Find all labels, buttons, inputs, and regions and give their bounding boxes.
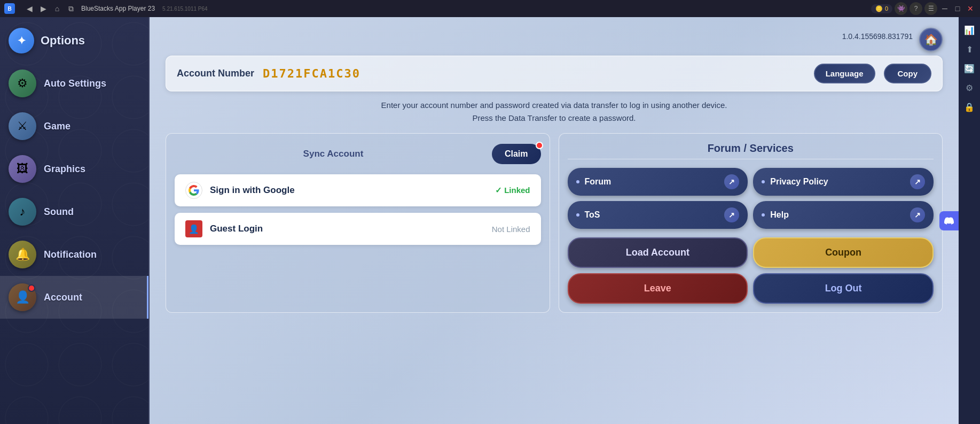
coin-count: 0 xyxy=(885,5,888,12)
privacy-arrow: ↗ xyxy=(910,174,925,189)
tos-dot xyxy=(576,213,579,217)
graphics-icon: 🖼 xyxy=(9,155,36,183)
close-button[interactable]: ✕ xyxy=(965,3,976,14)
sync-account-tab[interactable]: Sync Account xyxy=(175,142,492,166)
app-subtitle: 5.21.615.1011 P64 xyxy=(162,6,208,12)
home-nav-button[interactable]: ⌂ xyxy=(51,3,63,14)
sidebar-item-label: Game xyxy=(44,121,70,132)
rs-icon-2[interactable]: ⬆ xyxy=(961,41,978,58)
guest-link-status: Not Linked xyxy=(492,225,530,234)
guest-login-option[interactable]: 👤 Guest Login Not Linked xyxy=(175,213,541,245)
rs-icon-4[interactable]: ⚙ xyxy=(961,79,978,96)
maximize-button[interactable]: □ xyxy=(952,3,963,14)
google-login-option[interactable]: Sign in with Google Linked xyxy=(175,174,541,206)
rs-icon-5[interactable]: 🔒 xyxy=(961,98,978,115)
menu-button[interactable]: ☰ xyxy=(924,2,937,15)
sidebar-logo: ✦ xyxy=(9,28,34,53)
privacy-dot xyxy=(762,180,765,183)
rs-icon-3[interactable]: 🔄 xyxy=(961,60,978,77)
help-button[interactable]: ? xyxy=(910,2,922,15)
sidebar-item-sound[interactable]: ♪ Sound xyxy=(0,190,148,233)
auto-settings-icon: ⚙ xyxy=(9,70,36,97)
right-panel: Forum / Services Forum ↗ Privacy Policy … xyxy=(559,133,943,313)
back-button[interactable]: ◀ xyxy=(23,3,35,14)
nav-buttons: ◀ ▶ ⌂ ⧉ xyxy=(23,3,77,14)
account-icon: 👤 xyxy=(9,283,36,311)
sound-icon: ♪ xyxy=(9,198,36,226)
description-line2: Press the Data Transfer to create a pass… xyxy=(166,112,943,125)
window-controls: 🪙 0 👾 ? ☰ ─ □ ✕ xyxy=(871,0,976,17)
sidebar-item-label: Notification xyxy=(44,249,97,260)
bookmark-button[interactable]: ⧉ xyxy=(65,3,77,14)
tos-arrow: ↗ xyxy=(724,207,739,222)
right-sidebar: 📊 ⬆ 🔄 ⚙ 🔒 xyxy=(959,17,980,424)
description: Enter your account number and password c… xyxy=(166,99,943,125)
coupon-button[interactable]: Coupon xyxy=(753,237,934,268)
action-grid: Load Account Coupon Leave Log Out xyxy=(568,237,934,304)
sidebar-item-game[interactable]: ⚔ Game xyxy=(0,105,148,148)
guest-login-name: Guest Login xyxy=(210,223,484,234)
sidebar-item-notification[interactable]: 🔔 Notification xyxy=(0,233,148,276)
description-line1: Enter your account number and password c… xyxy=(166,99,943,112)
help-arrow: ↗ xyxy=(910,207,925,222)
account-number-row: Account Number D1721FCA1C30 Language Cop… xyxy=(166,56,943,91)
account-number-label: Account Number xyxy=(177,68,254,79)
leave-button[interactable]: Leave xyxy=(568,273,748,304)
sidebar: ✦ Options ⚙ Auto Settings ⚔ Game 🖼 Graph… xyxy=(0,17,150,424)
sidebar-item-graphics[interactable]: 🖼 Graphics xyxy=(0,148,148,190)
forward-button[interactable]: ▶ xyxy=(37,3,49,14)
titlebar: B ◀ ▶ ⌂ ⧉ BlueStacks App Player 23 5.21.… xyxy=(0,0,980,17)
sidebar-item-auto-settings[interactable]: ⚙ Auto Settings xyxy=(0,62,148,105)
left-panel: Sync Account Claim xyxy=(166,133,550,313)
minimize-button[interactable]: ─ xyxy=(939,3,950,14)
forum-dot xyxy=(576,180,579,183)
claim-button[interactable]: Claim xyxy=(492,144,541,164)
sidebar-title: Options xyxy=(41,34,85,48)
tos-button[interactable]: ToS ↗ xyxy=(568,201,748,229)
google-link-status: Linked xyxy=(495,186,530,195)
sync-tabs: Sync Account Claim xyxy=(175,142,541,166)
coin-icon: 🪙 xyxy=(875,5,883,12)
rs-icon-1[interactable]: 📊 xyxy=(961,21,978,38)
game-icon: ⚔ xyxy=(9,112,36,140)
discord-button[interactable] xyxy=(939,211,959,230)
forum-header: Forum / Services xyxy=(568,142,934,159)
guest-icon: 👤 xyxy=(185,220,202,237)
content-area: 1.0.4.155698.831791 🏠 Account Number D17… xyxy=(150,17,959,424)
help-forum-button[interactable]: Help ↗ xyxy=(753,201,934,229)
sidebar-header: ✦ Options xyxy=(0,24,148,62)
sidebar-item-label: Account xyxy=(44,292,82,303)
app-title: BlueStacks App Player 23 xyxy=(81,5,155,12)
home-button[interactable]: 🏠 xyxy=(919,28,943,51)
logout-button[interactable]: Log Out xyxy=(753,273,934,304)
sidebar-item-label: Auto Settings xyxy=(44,78,106,89)
main-layout: ✦ Options ⚙ Auto Settings ⚔ Game 🖼 Graph… xyxy=(0,17,980,424)
account-badge xyxy=(28,284,35,292)
forum-button[interactable]: Forum ↗ xyxy=(568,168,748,196)
google-icon xyxy=(185,182,202,199)
content-inner: 1.0.4.155698.831791 🏠 Account Number D17… xyxy=(150,17,959,323)
coin-counter: 🪙 0 xyxy=(871,4,892,13)
character-icon-btn[interactable]: 👾 xyxy=(895,2,907,15)
sidebar-item-label: Graphics xyxy=(44,164,85,175)
copy-button[interactable]: Copy xyxy=(884,64,932,83)
help-dot xyxy=(762,213,765,217)
google-login-name: Sign in with Google xyxy=(210,185,488,196)
sidebar-item-label: Sound xyxy=(44,206,74,218)
notification-icon: 🔔 xyxy=(9,241,36,268)
forum-arrow: ↗ xyxy=(724,174,739,189)
version-text: 1.0.4.155698.831791 xyxy=(842,32,913,41)
two-col-layout: Sync Account Claim xyxy=(166,133,943,313)
app-logo: B xyxy=(4,3,15,14)
forum-grid: Forum ↗ Privacy Policy ↗ ToS ↗ xyxy=(568,168,934,229)
privacy-policy-button[interactable]: Privacy Policy ↗ xyxy=(753,168,934,196)
language-button[interactable]: Language xyxy=(814,64,875,83)
claim-badge xyxy=(536,142,543,149)
sidebar-item-account[interactable]: 👤 Account xyxy=(0,276,148,319)
load-account-button[interactable]: Load Account xyxy=(568,237,748,268)
account-number-value: D1721FCA1C30 xyxy=(263,67,360,80)
